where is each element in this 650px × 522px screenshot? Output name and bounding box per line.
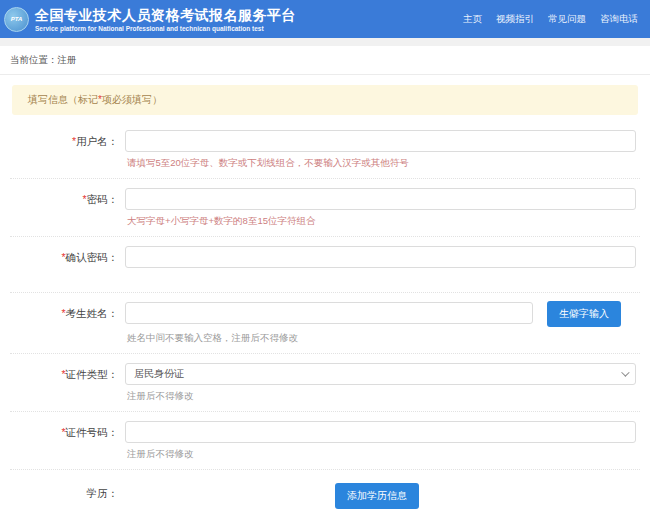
page-title: 全国专业技术人员资格考试报名服务平台 xyxy=(35,7,296,23)
add-education-button[interactable]: 添加学历信息 xyxy=(335,483,419,509)
form-row-certificate-type: *证件类型： 居民身份证 注册后不得修改 xyxy=(10,354,640,412)
password-hint: 大写字母+小写字母+数字的8至15位字符组合 xyxy=(125,215,636,228)
chevron-down-icon xyxy=(621,368,629,376)
certificate-number-label: *证件号码： xyxy=(10,421,118,461)
confirm-password-input[interactable] xyxy=(125,246,636,268)
registration-form: *用户名： 请填写5至20位字母、数字或下划线组合，不要输入汉字或其他符号 *密… xyxy=(0,121,650,522)
nav-phone[interactable]: 咨询电话 xyxy=(600,13,638,26)
notice-text-suffix: 项必须填写） xyxy=(102,94,162,105)
breadcrumb: 当前位置：注册 xyxy=(0,46,650,75)
main-content: 当前位置：注册 填写信息（标记*项必须填写） *用户名： 请填写5至20位字母、… xyxy=(0,46,650,522)
nav-faq[interactable]: 常见问题 xyxy=(548,13,586,26)
certificate-type-select[interactable]: 居民身份证 xyxy=(125,363,636,385)
username-input[interactable] xyxy=(125,130,636,152)
education-label: 学历： xyxy=(10,482,118,509)
certificate-type-label: *证件类型： xyxy=(10,363,118,403)
certificate-type-selected-value: 居民身份证 xyxy=(134,367,184,381)
certificate-number-input[interactable] xyxy=(125,421,636,443)
notice-text-prefix: 填写信息（标记 xyxy=(28,94,98,105)
username-label: *用户名： xyxy=(10,130,118,170)
required-fields-notice: 填写信息（标记*项必须填写） xyxy=(12,85,638,115)
rare-character-input-button[interactable]: 生僻字输入 xyxy=(547,301,621,327)
form-row-candidate-name: *考生姓名： 生僻字输入 姓名中间不要输入空格，注册后不得修改 xyxy=(10,293,640,354)
candidate-name-hint: 姓名中间不要输入空格，注册后不得修改 xyxy=(125,332,636,345)
certificate-number-hint: 注册后不得修改 xyxy=(125,448,636,461)
form-row-education: 学历： 添加学历信息 xyxy=(10,470,640,517)
nav-home[interactable]: 主页 xyxy=(463,13,482,26)
page-subtitle: Service platform for National Profession… xyxy=(35,25,296,32)
confirm-password-label: *确认密码： xyxy=(10,246,118,284)
title-block: 全国专业技术人员资格考试报名服务平台 Service platform for … xyxy=(35,7,296,32)
nav-video-guide[interactable]: 视频指引 xyxy=(496,13,534,26)
candidate-name-input[interactable] xyxy=(125,302,533,324)
certificate-type-hint: 注册后不得修改 xyxy=(125,390,636,403)
password-label: *密码： xyxy=(10,188,118,228)
form-row-certificate-number: *证件号码： 注册后不得修改 xyxy=(10,412,640,470)
pta-logo-text: PTA xyxy=(11,16,23,22)
pta-logo-icon: PTA xyxy=(4,7,29,32)
form-row-password: *密码： 大写字母+小写字母+数字的8至15位字符组合 xyxy=(10,179,640,237)
app-header: PTA 全国专业技术人员资格考试报名服务平台 Service platform … xyxy=(0,0,650,38)
form-row-confirm-password: *确认密码： xyxy=(10,237,640,293)
candidate-name-label: *考生姓名： xyxy=(10,302,118,345)
form-row-username: *用户名： 请填写5至20位字母、数字或下划线组合，不要输入汉字或其他符号 xyxy=(10,121,640,179)
password-input[interactable] xyxy=(125,188,636,210)
username-hint: 请填写5至20位字母、数字或下划线组合，不要输入汉字或其他符号 xyxy=(125,157,636,170)
header-nav: 主页 视频指引 常见问题 咨询电话 xyxy=(463,13,638,26)
